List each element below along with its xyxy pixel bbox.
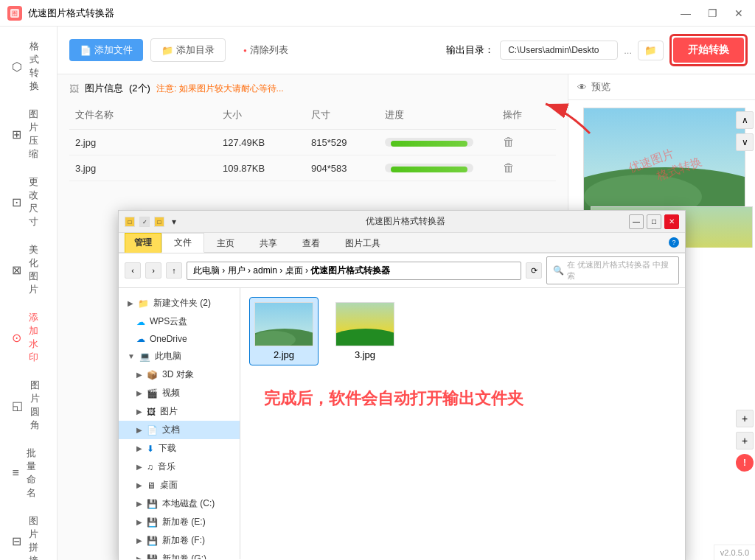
title-bar-controls: — ❐ ✕ <box>677 4 748 22</box>
nav-forward-btn[interactable]: › <box>145 262 161 279</box>
row1-delete[interactable]: 🗑 <box>497 133 556 152</box>
expand-icon: ▶ <box>136 555 142 559</box>
sidebar-item-rounded[interactable]: ◱ 图片圆角 <box>0 371 57 439</box>
file-item-3jpg[interactable]: 3.jpg <box>330 297 400 365</box>
video-icon: 🎬 <box>147 388 158 399</box>
sidebar-item-format[interactable]: ⬡ 格式转换 <box>0 32 57 100</box>
minimize-button[interactable]: — <box>677 4 695 22</box>
explorer-item-drive-g[interactable]: ▶ 💾 新加卷 (G:) <box>119 550 240 559</box>
sidebar-label-resize: 更改尺寸 <box>29 175 45 228</box>
search-icon: 🔍 <box>553 265 564 276</box>
sidebar-label-beautify: 美化图片 <box>29 243 45 296</box>
start-convert-button[interactable]: 开始转换 <box>673 38 744 63</box>
col-size: 大小 <box>217 105 305 125</box>
sidebar-item-stitch[interactable]: ⊟ 图片拼接 <box>0 507 57 560</box>
output-label: 输出目录： <box>446 43 494 57</box>
dialog-titlebar: □ ✓ □ ▾ 优速图片格式转换器 — □ ✕ <box>119 211 685 233</box>
tab-file-label: 文件 <box>174 237 192 248</box>
ribbon-tab-tools[interactable]: 图片工具 <box>333 234 393 253</box>
ribbon-tab-file[interactable]: 文件 <box>161 233 204 253</box>
sidebar-label-format: 格式转换 <box>29 40 45 93</box>
app-icon: 图 <box>7 6 22 21</box>
explorer-item-drive-c[interactable]: ▶ 💾 本地磁盘 (C:) <box>119 494 240 513</box>
ribbon-tab-manage[interactable]: 管理 <box>125 233 161 253</box>
col-action: 操作 <box>497 105 556 125</box>
dialog-close-btn[interactable]: ✕ <box>664 214 679 229</box>
explorer-main: 2.jpg <box>240 288 685 559</box>
row1-name: 2.jpg <box>69 134 217 151</box>
explorer-item-music[interactable]: ▶ ♫ 音乐 <box>119 458 240 476</box>
expand-icon: ▶ <box>136 463 142 471</box>
preview-zoom-out-btn[interactable]: + <box>736 432 754 449</box>
explorer-item-3d[interactable]: ▶ 📦 3D 对象 <box>119 365 240 384</box>
nav-back-btn[interactable]: ‹ <box>125 262 141 279</box>
preview-image-1: 优速图片 格式转换 <box>583 108 745 211</box>
preview-up-btn[interactable]: ∧ <box>736 111 754 129</box>
nav-refresh-btn[interactable]: ⟳ <box>526 262 542 279</box>
3d-icon: 📦 <box>147 370 158 380</box>
explorer-item-wps[interactable]: ☁ WPS云盘 <box>119 312 240 331</box>
ribbon-tab-view[interactable]: 查看 <box>290 234 333 253</box>
clear-label: 清除列表 <box>250 43 288 57</box>
sidebar-label-batch-rename: 批量命名 <box>27 447 45 500</box>
version-label: v2.0.5.0 <box>714 545 755 560</box>
close-button[interactable]: ✕ <box>730 4 748 22</box>
sidebar-item-compress[interactable]: ⊞ 图片压缩 <box>0 100 57 168</box>
drive-f-icon: 💾 <box>147 536 158 546</box>
search-placeholder: 在 优速图片格式转换器 中搜索 <box>567 259 672 281</box>
sidebar-item-resize[interactable]: ⊡ 更改尺寸 <box>0 168 57 236</box>
preview-zoom-in-btn[interactable]: + <box>736 410 754 427</box>
explorer-item-downloads[interactable]: ▶ ⬇ 下载 <box>119 439 240 458</box>
compress-icon: ⊞ <box>12 126 21 142</box>
explorer-item-newfolder[interactable]: ▶ 📁 新建文件夹 (2) <box>119 294 240 312</box>
dialog-minimize-btn[interactable]: — <box>629 214 644 229</box>
address-path-text: 此电脑 › 用户 › admin › 桌面 › 优速图片格式转换器 <box>193 265 390 277</box>
explorer-item-label: 桌面 <box>160 479 178 491</box>
file-list-icon: 🖼 <box>69 83 79 94</box>
drive-e-icon: 💾 <box>147 517 158 528</box>
ribbon-tab-home[interactable]: 主页 <box>204 234 247 253</box>
clear-list-button[interactable]: ● 清除列表 <box>233 39 299 61</box>
output-path-display: C:\Users\admin\Deskto <box>500 41 618 60</box>
add-file-button[interactable]: 📄 添加文件 <box>69 39 143 61</box>
preview-down-btn[interactable]: ∨ <box>736 133 754 151</box>
sidebar-item-batch-rename[interactable]: ≡ 批量命名 <box>0 439 57 507</box>
explorer-item-thispc[interactable]: ▼ 💻 此电脑 <box>119 347 240 365</box>
explorer-item-drive-f[interactable]: ▶ 💾 新加卷 (F:) <box>119 531 240 550</box>
file-list-header: 🖼 图片信息 (2个) 注意: 如果图片较大请耐心等待... <box>69 82 556 95</box>
dialog-maximize-btn[interactable]: □ <box>647 214 661 229</box>
explorer-item-label: OneDrive <box>150 334 187 344</box>
watermark-icon: ⊙ <box>12 329 21 346</box>
explorer-item-desktop[interactable]: ▶ 🖥 桌面 <box>119 476 240 494</box>
ribbon-tab-share[interactable]: 共享 <box>247 234 290 253</box>
maximize-button[interactable]: ❐ <box>703 4 721 22</box>
explorer-item-pictures[interactable]: ▶ 🖼 图片 <box>119 402 240 421</box>
help-button[interactable]: ? <box>669 237 679 248</box>
explorer-item-documents[interactable]: ▶ 📄 文档 <box>119 421 240 439</box>
explorer-item-onedrive[interactable]: ☁ OneDrive <box>119 331 240 347</box>
address-path[interactable]: 此电脑 › 用户 › admin › 桌面 › 优速图片格式转换器 <box>187 262 521 280</box>
row2-delete[interactable]: 🗑 <box>497 158 556 178</box>
beautify-icon: ⊠ <box>12 262 21 278</box>
svg-point-16 <box>336 329 394 346</box>
stitch-icon: ⊟ <box>12 533 21 549</box>
browse-button[interactable]: 📁 <box>638 41 664 60</box>
file-item-2jpg[interactable]: 2.jpg <box>249 297 319 365</box>
sidebar-item-beautify[interactable]: ⊠ 美化图片 <box>0 236 57 304</box>
title-bar-left: 图 优速图片格式转换器 <box>7 6 114 21</box>
explorer-item-label: 新加卷 (G:) <box>162 553 206 559</box>
search-box[interactable]: 🔍 在 优速图片格式转换器 中搜索 <box>546 256 679 284</box>
sidebar-item-watermark[interactable]: ⊙ 添加水印 <box>0 304 57 371</box>
warning-text: 注意: 如果图片较大请耐心等待... <box>156 83 284 95</box>
manage-label: 管理 <box>134 237 152 248</box>
explorer-item-drive-e[interactable]: ▶ 💾 新加卷 (E:) <box>119 513 240 531</box>
explorer-item-video[interactable]: ▶ 🎬 视频 <box>119 384 240 402</box>
file-count: (2个) <box>129 82 150 95</box>
explorer-item-label: WPS云盘 <box>150 315 187 328</box>
expand-icon: ▶ <box>136 407 142 416</box>
address-bar: ‹ › ↑ 此电脑 › 用户 › admin › 桌面 › 优速图片格式转换器 … <box>119 253 685 288</box>
add-dir-button[interactable]: 📁 添加目录 <box>150 38 226 62</box>
onedrive-icon: ☁ <box>136 334 145 344</box>
nav-up-btn[interactable]: ↑ <box>166 262 182 279</box>
app-window: 图 优速图片格式转换器 — ❐ ✕ ⬡ 格式转换 ⊞ 图片压缩 ⊡ 更改尺寸 <box>0 0 755 560</box>
